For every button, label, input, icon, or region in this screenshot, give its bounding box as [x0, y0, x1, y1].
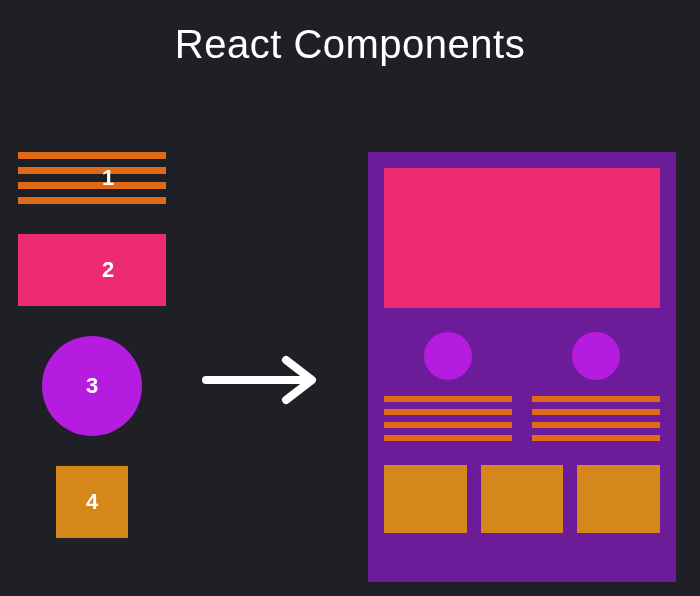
footer-cell	[577, 465, 660, 533]
sample-stripes: 1	[18, 152, 198, 204]
stripe-bar	[384, 435, 512, 441]
purple-dot	[424, 332, 472, 380]
stripes-block	[18, 152, 166, 204]
slide-title: React Components	[0, 22, 700, 67]
stripe-bar	[532, 396, 660, 402]
footer-row	[384, 465, 660, 533]
sample-square: 4	[18, 466, 166, 538]
stripe-bar	[384, 409, 512, 415]
sample-circle: 3	[18, 336, 166, 436]
arrow-right-icon	[200, 350, 330, 410]
footer-cell	[481, 465, 564, 533]
purple-circle: 3	[42, 336, 142, 436]
component-samples-column: 1 2 3 4	[18, 152, 198, 538]
assembled-layout	[368, 152, 676, 582]
stripe-bar	[18, 152, 166, 159]
sample-number: 3	[86, 373, 98, 399]
stripe-bar	[532, 409, 660, 415]
sample-number: 1	[102, 165, 114, 191]
sample-pink-rect: 2	[18, 234, 198, 306]
pink-rectangle	[18, 234, 166, 306]
stripes-block	[532, 396, 660, 441]
stripe-bar	[532, 435, 660, 441]
stripe-bar	[18, 167, 166, 174]
content-row	[384, 332, 660, 441]
purple-dot	[572, 332, 620, 380]
stripe-bar	[532, 422, 660, 428]
stripe-bar	[18, 197, 166, 204]
stripe-bar	[384, 396, 512, 402]
stripes-block	[384, 396, 512, 441]
footer-cell	[384, 465, 467, 533]
stripe-bar	[18, 182, 166, 189]
content-column	[384, 332, 512, 441]
stripe-bar	[384, 422, 512, 428]
hero-panel	[384, 168, 660, 308]
content-column	[532, 332, 660, 441]
sample-number: 2	[102, 257, 114, 283]
orange-square: 4	[56, 466, 128, 538]
sample-number: 4	[86, 489, 98, 515]
